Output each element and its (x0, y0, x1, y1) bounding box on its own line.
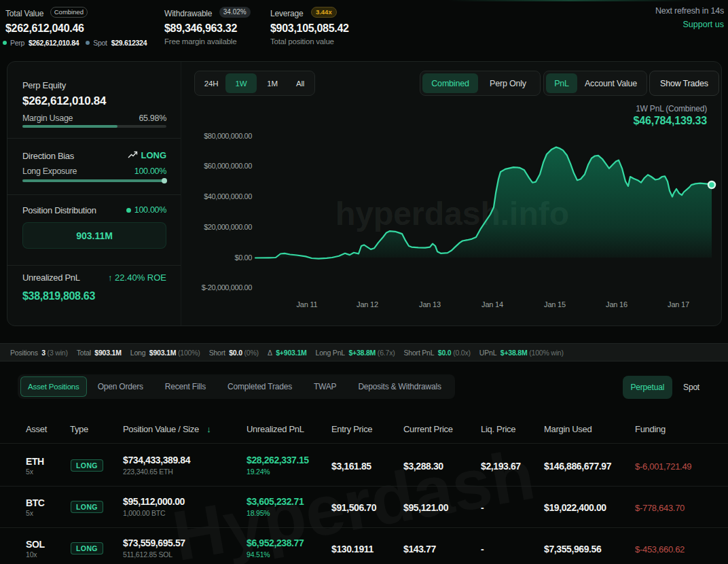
svg-text:$0.00: $0.00 (234, 253, 252, 262)
svg-text:$-20,000,000.00: $-20,000,000.00 (202, 283, 252, 292)
svg-text:Jan 17: Jan 17 (668, 300, 689, 309)
svg-text:Jan 13: Jan 13 (419, 300, 441, 309)
svg-text:$20,000,000.00: $20,000,000.00 (204, 223, 252, 231)
svg-text:Jan 14: Jan 14 (481, 300, 503, 309)
svg-text:Jan 15: Jan 15 (544, 300, 566, 309)
svg-text:Jan 16: Jan 16 (606, 300, 627, 309)
svg-text:Jan 12: Jan 12 (357, 300, 378, 309)
svg-text:$40,000,000.00: $40,000,000.00 (204, 192, 252, 200)
svg-text:$60,000,000.00: $60,000,000.00 (204, 162, 252, 170)
svg-text:$80,000,000.00: $80,000,000.00 (204, 132, 252, 140)
svg-text:Jan 11: Jan 11 (296, 300, 317, 309)
